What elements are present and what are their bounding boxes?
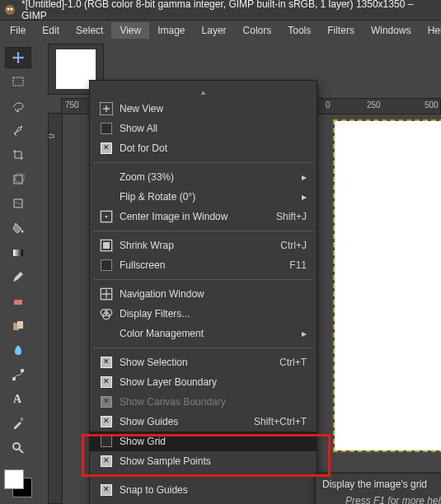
svg-point-2 xyxy=(10,7,12,10)
separator xyxy=(93,348,313,348)
menuitem-color-management[interactable]: Color Management ▸ xyxy=(90,324,317,343)
tool-move[interactable] xyxy=(5,47,31,68)
menubar[interactable]: File Edit Select View Image Layer Colors… xyxy=(0,21,441,40)
svg-point-0 xyxy=(5,5,15,15)
menuitem-show-sample-points[interactable]: Show Sample Points xyxy=(90,451,317,471)
menu-edit[interactable]: Edit xyxy=(34,22,68,39)
tool-text[interactable]: A xyxy=(5,389,31,410)
menu-file[interactable]: File xyxy=(2,22,34,39)
menuitem-display-filters[interactable]: Display Filters... xyxy=(90,304,317,324)
menuitem-show-layer-boundary[interactable]: Show Layer Boundary xyxy=(90,372,317,392)
svg-rect-8 xyxy=(13,250,23,256)
checkbox-icon xyxy=(98,123,115,134)
menuitem-new-view[interactable]: New View xyxy=(90,99,317,119)
menuitem-zoom[interactable]: Zoom (33%) ▸ xyxy=(90,167,317,187)
separator xyxy=(93,231,313,231)
svg-text:A: A xyxy=(13,393,22,405)
separator xyxy=(93,162,313,163)
separator xyxy=(93,475,313,476)
svg-point-7 xyxy=(21,231,24,233)
menu-view[interactable]: View xyxy=(111,22,149,39)
checkbox-icon xyxy=(98,455,115,467)
menu-colors[interactable]: Colors xyxy=(235,22,280,39)
menuitem-snap-to-guides[interactable]: Snap to Guides xyxy=(90,480,317,500)
svg-rect-12 xyxy=(12,377,16,380)
tool-rect-select[interactable] xyxy=(5,72,31,93)
navigation-icon xyxy=(98,287,115,301)
svg-rect-3 xyxy=(13,77,23,86)
menuitem-show-all[interactable]: Show All xyxy=(90,119,317,138)
tool-warp[interactable] xyxy=(5,194,31,215)
separator xyxy=(93,279,313,280)
checkbox-icon xyxy=(98,396,115,408)
center-icon xyxy=(98,210,115,223)
menu-select[interactable]: Select xyxy=(68,22,111,39)
menu-image[interactable]: Image xyxy=(149,22,193,39)
tool-pencil[interactable] xyxy=(5,267,31,288)
tool-zoom[interactable] xyxy=(5,437,31,459)
submenu-arrow-icon: ▸ xyxy=(302,171,307,183)
menu-help[interactable]: Help xyxy=(420,22,441,39)
menu-windows[interactable]: Windows xyxy=(363,22,420,39)
tool-paths[interactable] xyxy=(5,364,31,385)
svg-point-1 xyxy=(7,7,9,10)
menuitem-show-grid[interactable]: Show Grid xyxy=(90,432,317,451)
svg-point-16 xyxy=(13,443,20,450)
fg-color[interactable] xyxy=(4,469,24,489)
filters-icon xyxy=(98,307,115,320)
window-title: *[Untitled]-1.0 (RGB color 8-bit gamma i… xyxy=(21,0,438,21)
tool-color-picker[interactable] xyxy=(5,413,31,434)
ruler-vertical[interactable]: 0 xyxy=(48,113,63,504)
window-titlebar: *[Untitled]-1.0 (RGB color 8-bit gamma i… xyxy=(0,0,441,21)
toolbox: A xyxy=(0,40,36,504)
tearoff-handle[interactable]: ▴ xyxy=(90,87,317,96)
tooltip-hint: Press F1 for more help xyxy=(322,495,441,504)
checkbox-icon xyxy=(98,357,115,368)
image-canvas[interactable] xyxy=(335,121,441,450)
svg-rect-11 xyxy=(17,321,23,329)
menu-layer[interactable]: Layer xyxy=(194,22,235,39)
svg-point-19 xyxy=(106,216,108,218)
checkbox-icon xyxy=(98,376,115,388)
shrink-icon xyxy=(98,239,115,252)
menuitem-dot-for-dot[interactable]: Dot for Dot xyxy=(90,138,317,158)
tooltip-text: Display the image's grid xyxy=(322,478,441,490)
menuitem-show-canvas-boundary: Show Canvas Boundary xyxy=(90,392,317,412)
svg-rect-13 xyxy=(21,369,24,372)
menuitem-show-guides[interactable]: Show Guides Shift+Ctrl+T xyxy=(90,412,317,432)
checkbox-icon xyxy=(98,259,115,271)
tool-bucket-fill[interactable] xyxy=(5,217,31,239)
svg-point-4 xyxy=(21,126,22,128)
checkbox-icon xyxy=(98,484,115,496)
svg-rect-21 xyxy=(103,242,110,249)
tool-fuzzy-select[interactable] xyxy=(5,120,31,142)
tooltip: Display the image's grid Press F1 for mo… xyxy=(315,473,441,504)
menuitem-navigation-window[interactable]: Navigation Window xyxy=(90,284,317,304)
color-swatch[interactable] xyxy=(4,469,32,497)
menu-tools[interactable]: Tools xyxy=(279,22,319,39)
tool-clone[interactable] xyxy=(5,315,31,337)
checkbox-icon xyxy=(98,436,115,447)
tool-smudge[interactable] xyxy=(5,339,31,361)
menuitem-center-image[interactable]: Center Image in Window Shift+J xyxy=(90,207,317,226)
svg-rect-15 xyxy=(21,418,23,421)
plus-icon xyxy=(98,102,115,115)
view-menu-popup: ▴ New View Show All Dot for Dot Zoom (33… xyxy=(89,80,317,504)
tool-rotate[interactable] xyxy=(5,169,31,190)
gimp-icon xyxy=(3,3,16,16)
menu-filters[interactable]: Filters xyxy=(319,22,363,39)
checkbox-icon xyxy=(98,416,115,427)
submenu-arrow-icon: ▸ xyxy=(302,328,307,339)
svg-rect-6 xyxy=(15,173,25,183)
tool-crop[interactable] xyxy=(5,144,31,166)
tool-free-select[interactable] xyxy=(5,96,31,117)
svg-rect-9 xyxy=(14,300,22,305)
menuitem-flip-rotate[interactable]: Flip & Rotate (0°) ▸ xyxy=(90,187,317,207)
menuitem-snap-to-grid[interactable]: Snap to Grid xyxy=(90,500,317,504)
tool-eraser[interactable] xyxy=(5,291,31,312)
menuitem-fullscreen[interactable]: Fullscreen F11 xyxy=(90,255,317,275)
submenu-arrow-icon: ▸ xyxy=(302,191,307,203)
menuitem-show-selection[interactable]: Show Selection Ctrl+T xyxy=(90,352,317,372)
menuitem-shrink-wrap[interactable]: Shrink Wrap Ctrl+J xyxy=(90,236,317,255)
tool-gradient[interactable] xyxy=(5,242,31,264)
